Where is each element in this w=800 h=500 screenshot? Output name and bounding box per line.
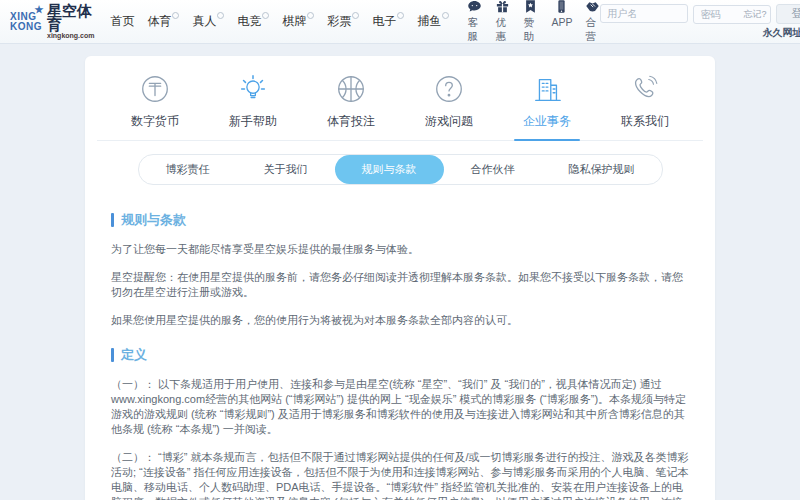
quick-link-label: 赞助: [523, 16, 538, 44]
section-heading-rules: 规则与条款: [111, 211, 689, 229]
star-icon: ★: [35, 5, 44, 15]
nav-item-esports[interactable]: 电竞: [237, 13, 269, 30]
category-sports-betting[interactable]: 体育投注: [312, 72, 390, 140]
category-contact-us[interactable]: 联系我们: [606, 72, 684, 140]
handshake-icon: [585, 0, 600, 14]
category-nav: 数字货币 新手帮助 体育投注 游戏问题 企业事务 联系我们: [97, 56, 703, 141]
category-digital-currency[interactable]: 数字货币: [116, 72, 194, 140]
section-title: 规则与条款: [121, 211, 186, 229]
tab-privacy-policy[interactable]: 隐私保护规则: [542, 155, 662, 184]
lightbulb-icon: [236, 72, 270, 106]
category-label: 游戏问题: [425, 113, 473, 130]
quick-link-label: APP: [551, 16, 572, 28]
nav-item-fishing[interactable]: 捕鱼: [417, 13, 449, 30]
gift-icon: [495, 0, 510, 14]
circle-badge-icon: [352, 12, 359, 19]
nav-item-lottery[interactable]: 彩票: [327, 13, 359, 30]
phone-contact-icon: [628, 72, 662, 106]
category-label: 新手帮助: [229, 113, 277, 130]
promotions-link[interactable]: 优惠: [495, 0, 510, 44]
chat-icon: [467, 0, 482, 14]
circle-badge-icon: [442, 12, 449, 19]
nav-item-chess[interactable]: 棋牌: [282, 13, 314, 30]
category-game-questions[interactable]: 游戏问题: [410, 72, 488, 140]
category-beginner-help[interactable]: 新手帮助: [214, 72, 292, 140]
quick-link-label: 客服: [467, 16, 482, 44]
forgot-password-link[interactable]: 忘记?: [743, 8, 766, 21]
category-label: 联系我们: [621, 113, 669, 130]
logo-cn-title: 星空体育: [47, 4, 94, 32]
customer-service-link[interactable]: 客服: [467, 0, 482, 44]
category-label: 企业事务: [523, 113, 571, 130]
terms-content: 规则与条款 为了让您每一天都能尽情享受星空娱乐提供的最佳服务与体验。 星空提醒您…: [85, 185, 715, 500]
building-icon: [530, 72, 564, 106]
paragraph: 星空提醒您：在使用星空提供的服务前，请您务必仔细阅读并透彻理解本服务条款。如果您…: [111, 270, 689, 300]
quick-link-label: 合营: [585, 16, 600, 44]
content-card: 数字货币 新手帮助 体育投注 游戏问题 企业事务 联系我们 博彩责任 关于我们 …: [85, 56, 715, 500]
tether-icon: [138, 72, 172, 106]
login-button[interactable]: 登录: [776, 4, 800, 24]
sponsorship-link[interactable]: 赞助: [523, 0, 538, 44]
nav-item-sports[interactable]: 体育: [147, 13, 179, 30]
question-icon: [432, 72, 466, 106]
app-download-link[interactable]: APP: [551, 0, 572, 44]
circle-badge-icon: [217, 12, 224, 19]
sub-tab-bar: 博彩责任 关于我们 规则与条款 合作伙伴 隐私保护规则: [138, 154, 663, 185]
nav-item-slots[interactable]: 电子: [372, 13, 404, 30]
paragraph: （一）： 以下条规适用于用户使用、连接和参与是由星空(统称 “星空”、“我们” …: [111, 377, 689, 437]
circle-badge-icon: [262, 12, 269, 19]
category-corporate-affairs[interactable]: 企业事务: [508, 72, 586, 140]
login-area: 忘记? 登录 注册 永久网址: xingkong.com: [600, 4, 800, 40]
logo-domain: xingkong.com: [47, 32, 94, 39]
section-title: 定义: [121, 346, 147, 364]
quick-link-label: 优惠: [495, 16, 510, 44]
badge-star-icon: [523, 0, 538, 14]
paragraph: 为了让您每一天都能尽情享受星空娱乐提供的最佳服务与体验。: [111, 242, 689, 257]
nav-item-live[interactable]: 真人: [192, 13, 224, 30]
tab-rules-and-terms[interactable]: 规则与条款: [335, 155, 444, 184]
section-heading-definitions: 定义: [111, 346, 689, 364]
username-input[interactable]: [600, 4, 688, 23]
heading-accent-bar: [111, 348, 114, 362]
logo-wordmark: ★ XING KONG: [10, 12, 42, 32]
circle-badge-icon: [307, 12, 314, 19]
circle-badge-icon: [397, 12, 404, 19]
site-logo[interactable]: ★ XING KONG 星空体育 xingkong.com: [10, 4, 94, 39]
mobile-icon: [554, 0, 569, 14]
quick-links: 客服 优惠 赞助 APP 合营: [467, 0, 600, 44]
circle-badge-icon: [172, 12, 179, 19]
nav-item-home[interactable]: 首页: [110, 13, 134, 30]
main-nav: 首页 体育 真人 电竞 棋牌 彩票 电子 捕鱼: [110, 13, 449, 30]
paragraph: 如果您使用星空提供的服务，您的使用行为将被视为对本服务条款全部内容的认可。: [111, 313, 689, 328]
basketball-icon: [334, 72, 368, 106]
heading-accent-bar: [111, 213, 114, 227]
tab-gambling-responsibility[interactable]: 博彩责任: [139, 155, 237, 184]
partnership-link[interactable]: 合营: [585, 0, 600, 44]
top-bar: ★ XING KONG 星空体育 xingkong.com 首页 体育 真人 电…: [0, 0, 800, 44]
permanent-url: 永久网址: xingkong.com: [763, 26, 800, 40]
paragraph: （二）： “博彩” 就本条规而言，包括但不限于通过博彩网站提供的任何及/或一切博…: [111, 450, 689, 500]
category-label: 体育投注: [327, 113, 375, 130]
tab-about-us[interactable]: 关于我们: [237, 155, 335, 184]
category-label: 数字货币: [131, 113, 179, 130]
tab-partners[interactable]: 合作伙伴: [444, 155, 542, 184]
